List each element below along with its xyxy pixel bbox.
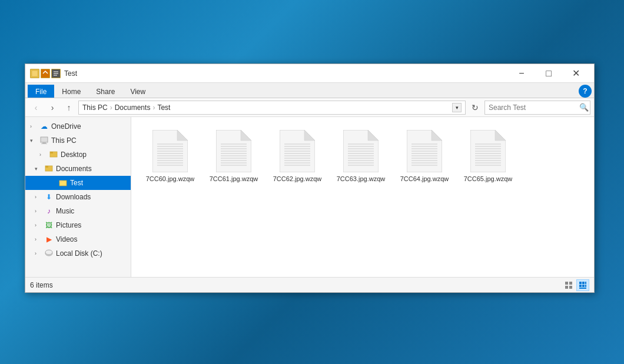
- file-item[interactable]: 7CC65.jpg.wzqw: [459, 126, 517, 186]
- svg-marker-49: [368, 130, 379, 141]
- files-grid: 7CC60.jpg.wzqw 7CC61.jpg.wzqw 7CC62.jpg.…: [141, 126, 585, 186]
- tab-view[interactable]: View: [122, 85, 153, 98]
- main-area: › ☁ OneDrive ▾ This PC › Desktop: [25, 117, 594, 277]
- documents-label: Documents: [56, 165, 92, 173]
- music-label: Music: [56, 207, 74, 215]
- svg-rect-85: [569, 282, 572, 285]
- documents-chevron: ▾: [35, 166, 42, 172]
- file-item[interactable]: 7CC60.jpg.wzqw: [141, 126, 200, 186]
- address-bar[interactable]: This PC › Documents › Test ▾: [78, 101, 466, 115]
- qat-icon3[interactable]: [51, 69, 61, 78]
- tab-home[interactable]: Home: [54, 85, 88, 98]
- file-icon: [280, 130, 315, 172]
- sidebar-item-documents[interactable]: ▾ Documents: [25, 162, 131, 176]
- onedrive-chevron: ›: [30, 123, 37, 129]
- file-icon: [343, 130, 379, 172]
- up-button[interactable]: ↑: [62, 101, 76, 115]
- svg-rect-86: [565, 286, 568, 289]
- file-icon: [470, 130, 506, 172]
- help-button[interactable]: ?: [579, 85, 592, 98]
- svg-rect-84: [565, 282, 568, 285]
- qat-icon1[interactable]: [30, 69, 39, 78]
- sidebar-item-pictures[interactable]: › 🖼 Pictures: [25, 218, 131, 232]
- videos-label: Videos: [56, 235, 77, 243]
- ribbon-tabs: File Home Share View ?: [25, 83, 594, 98]
- minimize-button[interactable]: −: [508, 64, 535, 83]
- large-icons-view-button[interactable]: [576, 279, 589, 291]
- svg-rect-93: [585, 285, 586, 287]
- file-item[interactable]: 7CC64.jpg.wzqw: [395, 126, 454, 186]
- address-test: Test: [157, 103, 170, 112]
- local-disk-chevron: ›: [35, 251, 42, 256]
- file-item[interactable]: 7CC61.jpg.wzqw: [204, 126, 263, 186]
- search-box[interactable]: 🔍: [484, 101, 590, 115]
- address-documents: Documents: [115, 103, 151, 112]
- address-this-pc: This PC: [82, 103, 108, 112]
- item-count: 6 items: [30, 281, 53, 289]
- window-title: Test: [64, 69, 508, 78]
- refresh-button[interactable]: ↻: [468, 101, 482, 115]
- this-pc-icon: [39, 136, 49, 145]
- view-buttons: [562, 279, 589, 291]
- tab-file[interactable]: File: [28, 85, 54, 98]
- svg-marker-25: [241, 130, 251, 141]
- documents-icon: [44, 164, 54, 173]
- qat-icon2[interactable]: [41, 69, 50, 78]
- pictures-chevron: ›: [35, 222, 42, 228]
- close-button[interactable]: ✕: [562, 64, 589, 83]
- desktop-label: Desktop: [61, 151, 87, 159]
- svg-rect-9: [59, 181, 62, 182]
- file-name: 7CC63.jpg.wzqw: [337, 175, 386, 183]
- svg-rect-89: [582, 282, 585, 284]
- downloads-label: Downloads: [56, 193, 91, 201]
- videos-icon: ▶: [44, 235, 54, 244]
- svg-marker-37: [304, 130, 315, 141]
- downloads-icon: ⬇: [44, 192, 54, 202]
- explorer-window: Test − □ ✕ File Home Share View ? ‹ › ↑ …: [25, 64, 595, 293]
- status-bar: 6 items: [25, 277, 594, 292]
- forward-button[interactable]: ›: [45, 101, 59, 115]
- search-input[interactable]: [489, 103, 577, 112]
- sidebar-item-music[interactable]: › ♪ Music: [25, 204, 131, 218]
- file-icon: [152, 130, 188, 172]
- videos-chevron: ›: [35, 236, 42, 242]
- file-name: 7CC60.jpg.wzqw: [146, 175, 195, 183]
- window-controls: − □ ✕: [508, 64, 589, 83]
- file-name: 7CC65.jpg.wzqw: [464, 175, 513, 183]
- restore-button[interactable]: □: [535, 64, 562, 83]
- onedrive-label: OneDrive: [51, 122, 81, 131]
- file-area: 7CC60.jpg.wzqw 7CC61.jpg.wzqw 7CC62.jpg.…: [131, 117, 594, 277]
- music-icon: ♪: [44, 206, 54, 216]
- tiles-view-button[interactable]: [562, 279, 575, 291]
- local-disk-label: Local Disk (C:): [56, 249, 102, 258]
- sidebar-item-videos[interactable]: › ▶ Videos: [25, 232, 131, 246]
- downloads-chevron: ›: [35, 194, 42, 200]
- sidebar-item-local-disk[interactable]: › Local Disk (C:): [25, 246, 131, 261]
- sidebar-item-test[interactable]: Test: [25, 176, 131, 190]
- sidebar-item-downloads[interactable]: › ⬇ Downloads: [25, 190, 131, 204]
- svg-rect-91: [579, 285, 582, 287]
- address-sep1: ›: [110, 103, 112, 112]
- sidebar-item-onedrive[interactable]: › ☁ OneDrive: [25, 119, 131, 133]
- desktop-chevron: ›: [39, 152, 47, 158]
- onedrive-icon: ☁: [39, 122, 49, 131]
- sidebar-item-desktop[interactable]: › Desktop: [25, 148, 131, 162]
- svg-rect-7: [45, 166, 48, 168]
- file-item[interactable]: 7CC63.jpg.wzqw: [331, 126, 390, 186]
- svg-rect-2: [42, 142, 46, 143]
- file-icon: [407, 130, 442, 172]
- svg-rect-90: [585, 282, 586, 284]
- this-pc-label: This PC: [51, 136, 77, 145]
- svg-marker-61: [432, 130, 442, 141]
- pictures-label: Pictures: [56, 221, 81, 229]
- address-dropdown[interactable]: ▾: [452, 103, 462, 112]
- address-sep2: ›: [152, 103, 155, 112]
- search-icon[interactable]: 🔍: [579, 103, 589, 112]
- file-item[interactable]: 7CC62.jpg.wzqw: [268, 126, 327, 186]
- svg-rect-3: [41, 143, 47, 144]
- title-bar: Test − □ ✕: [25, 64, 594, 83]
- back-button[interactable]: ‹: [29, 101, 43, 115]
- sidebar-item-this-pc[interactable]: ▾ This PC: [25, 133, 131, 148]
- tab-share[interactable]: Share: [88, 85, 122, 98]
- file-name: 7CC62.jpg.wzqw: [273, 175, 322, 183]
